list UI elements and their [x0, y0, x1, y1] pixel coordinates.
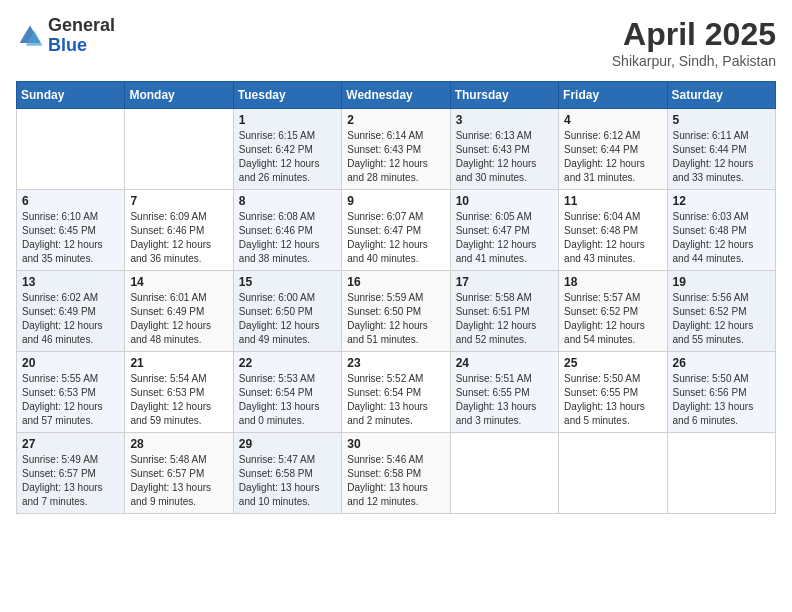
day-number: 24 [456, 356, 553, 370]
calendar-cell: 29Sunrise: 5:47 AMSunset: 6:58 PMDayligh… [233, 433, 341, 514]
calendar-cell [125, 109, 233, 190]
day-info: Sunrise: 6:09 AMSunset: 6:46 PMDaylight:… [130, 210, 227, 266]
calendar-cell: 27Sunrise: 5:49 AMSunset: 6:57 PMDayligh… [17, 433, 125, 514]
calendar-cell: 11Sunrise: 6:04 AMSunset: 6:48 PMDayligh… [559, 190, 667, 271]
calendar-cell: 25Sunrise: 5:50 AMSunset: 6:55 PMDayligh… [559, 352, 667, 433]
title-block: April 2025 Shikarpur, Sindh, Pakistan [612, 16, 776, 69]
calendar-cell: 14Sunrise: 6:01 AMSunset: 6:49 PMDayligh… [125, 271, 233, 352]
day-info: Sunrise: 5:52 AMSunset: 6:54 PMDaylight:… [347, 372, 444, 428]
calendar-cell: 30Sunrise: 5:46 AMSunset: 6:58 PMDayligh… [342, 433, 450, 514]
header-day-thursday: Thursday [450, 82, 558, 109]
day-number: 9 [347, 194, 444, 208]
header-day-tuesday: Tuesday [233, 82, 341, 109]
day-info: Sunrise: 6:00 AMSunset: 6:50 PMDaylight:… [239, 291, 336, 347]
calendar-cell [17, 109, 125, 190]
calendar-cell [450, 433, 558, 514]
day-number: 14 [130, 275, 227, 289]
day-number: 1 [239, 113, 336, 127]
calendar-cell: 5Sunrise: 6:11 AMSunset: 6:44 PMDaylight… [667, 109, 775, 190]
calendar-cell: 8Sunrise: 6:08 AMSunset: 6:46 PMDaylight… [233, 190, 341, 271]
day-number: 19 [673, 275, 770, 289]
calendar-cell: 16Sunrise: 5:59 AMSunset: 6:50 PMDayligh… [342, 271, 450, 352]
day-number: 21 [130, 356, 227, 370]
day-info: Sunrise: 6:03 AMSunset: 6:48 PMDaylight:… [673, 210, 770, 266]
day-info: Sunrise: 6:05 AMSunset: 6:47 PMDaylight:… [456, 210, 553, 266]
calendar-cell: 23Sunrise: 5:52 AMSunset: 6:54 PMDayligh… [342, 352, 450, 433]
day-info: Sunrise: 5:56 AMSunset: 6:52 PMDaylight:… [673, 291, 770, 347]
calendar-cell: 21Sunrise: 5:54 AMSunset: 6:53 PMDayligh… [125, 352, 233, 433]
calendar-cell: 3Sunrise: 6:13 AMSunset: 6:43 PMDaylight… [450, 109, 558, 190]
day-info: Sunrise: 6:04 AMSunset: 6:48 PMDaylight:… [564, 210, 661, 266]
day-number: 15 [239, 275, 336, 289]
calendar-cell: 2Sunrise: 6:14 AMSunset: 6:43 PMDaylight… [342, 109, 450, 190]
day-info: Sunrise: 6:07 AMSunset: 6:47 PMDaylight:… [347, 210, 444, 266]
day-info: Sunrise: 5:55 AMSunset: 6:53 PMDaylight:… [22, 372, 119, 428]
calendar-cell: 18Sunrise: 5:57 AMSunset: 6:52 PMDayligh… [559, 271, 667, 352]
header-day-friday: Friday [559, 82, 667, 109]
page-subtitle: Shikarpur, Sindh, Pakistan [612, 53, 776, 69]
header-day-wednesday: Wednesday [342, 82, 450, 109]
day-info: Sunrise: 5:57 AMSunset: 6:52 PMDaylight:… [564, 291, 661, 347]
day-number: 25 [564, 356, 661, 370]
day-number: 29 [239, 437, 336, 451]
day-number: 11 [564, 194, 661, 208]
logo-general: General [48, 15, 115, 35]
calendar-cell: 1Sunrise: 6:15 AMSunset: 6:42 PMDaylight… [233, 109, 341, 190]
page-title: April 2025 [612, 16, 776, 53]
day-number: 6 [22, 194, 119, 208]
day-number: 2 [347, 113, 444, 127]
calendar-cell: 12Sunrise: 6:03 AMSunset: 6:48 PMDayligh… [667, 190, 775, 271]
day-info: Sunrise: 5:50 AMSunset: 6:55 PMDaylight:… [564, 372, 661, 428]
day-info: Sunrise: 5:59 AMSunset: 6:50 PMDaylight:… [347, 291, 444, 347]
calendar-header-row: SundayMondayTuesdayWednesdayThursdayFrid… [17, 82, 776, 109]
day-number: 16 [347, 275, 444, 289]
day-number: 26 [673, 356, 770, 370]
calendar-cell: 22Sunrise: 5:53 AMSunset: 6:54 PMDayligh… [233, 352, 341, 433]
day-info: Sunrise: 5:47 AMSunset: 6:58 PMDaylight:… [239, 453, 336, 509]
day-number: 8 [239, 194, 336, 208]
day-number: 4 [564, 113, 661, 127]
day-number: 23 [347, 356, 444, 370]
calendar-week-row: 6Sunrise: 6:10 AMSunset: 6:45 PMDaylight… [17, 190, 776, 271]
day-info: Sunrise: 6:10 AMSunset: 6:45 PMDaylight:… [22, 210, 119, 266]
day-info: Sunrise: 6:08 AMSunset: 6:46 PMDaylight:… [239, 210, 336, 266]
calendar-cell: 13Sunrise: 6:02 AMSunset: 6:49 PMDayligh… [17, 271, 125, 352]
day-number: 13 [22, 275, 119, 289]
calendar-cell [559, 433, 667, 514]
day-number: 20 [22, 356, 119, 370]
day-info: Sunrise: 5:49 AMSunset: 6:57 PMDaylight:… [22, 453, 119, 509]
calendar-week-row: 1Sunrise: 6:15 AMSunset: 6:42 PMDaylight… [17, 109, 776, 190]
day-number: 7 [130, 194, 227, 208]
calendar-cell: 26Sunrise: 5:50 AMSunset: 6:56 PMDayligh… [667, 352, 775, 433]
calendar-cell: 19Sunrise: 5:56 AMSunset: 6:52 PMDayligh… [667, 271, 775, 352]
calendar-week-row: 20Sunrise: 5:55 AMSunset: 6:53 PMDayligh… [17, 352, 776, 433]
calendar-cell: 7Sunrise: 6:09 AMSunset: 6:46 PMDaylight… [125, 190, 233, 271]
day-number: 3 [456, 113, 553, 127]
day-info: Sunrise: 5:46 AMSunset: 6:58 PMDaylight:… [347, 453, 444, 509]
header-day-monday: Monday [125, 82, 233, 109]
day-info: Sunrise: 6:01 AMSunset: 6:49 PMDaylight:… [130, 291, 227, 347]
day-info: Sunrise: 6:14 AMSunset: 6:43 PMDaylight:… [347, 129, 444, 185]
day-info: Sunrise: 5:50 AMSunset: 6:56 PMDaylight:… [673, 372, 770, 428]
day-info: Sunrise: 6:12 AMSunset: 6:44 PMDaylight:… [564, 129, 661, 185]
day-info: Sunrise: 6:11 AMSunset: 6:44 PMDaylight:… [673, 129, 770, 185]
day-info: Sunrise: 6:02 AMSunset: 6:49 PMDaylight:… [22, 291, 119, 347]
day-info: Sunrise: 6:15 AMSunset: 6:42 PMDaylight:… [239, 129, 336, 185]
day-number: 12 [673, 194, 770, 208]
day-number: 18 [564, 275, 661, 289]
calendar-cell: 17Sunrise: 5:58 AMSunset: 6:51 PMDayligh… [450, 271, 558, 352]
logo: General Blue [16, 16, 115, 56]
day-number: 17 [456, 275, 553, 289]
calendar-cell: 4Sunrise: 6:12 AMSunset: 6:44 PMDaylight… [559, 109, 667, 190]
calendar-table: SundayMondayTuesdayWednesdayThursdayFrid… [16, 81, 776, 514]
day-info: Sunrise: 5:51 AMSunset: 6:55 PMDaylight:… [456, 372, 553, 428]
day-number: 5 [673, 113, 770, 127]
calendar-week-row: 27Sunrise: 5:49 AMSunset: 6:57 PMDayligh… [17, 433, 776, 514]
calendar-cell: 20Sunrise: 5:55 AMSunset: 6:53 PMDayligh… [17, 352, 125, 433]
calendar-cell: 15Sunrise: 6:00 AMSunset: 6:50 PMDayligh… [233, 271, 341, 352]
logo-text: General Blue [48, 16, 115, 56]
page-header: General Blue April 2025 Shikarpur, Sindh… [16, 16, 776, 69]
day-info: Sunrise: 5:54 AMSunset: 6:53 PMDaylight:… [130, 372, 227, 428]
day-info: Sunrise: 6:13 AMSunset: 6:43 PMDaylight:… [456, 129, 553, 185]
day-info: Sunrise: 5:48 AMSunset: 6:57 PMDaylight:… [130, 453, 227, 509]
